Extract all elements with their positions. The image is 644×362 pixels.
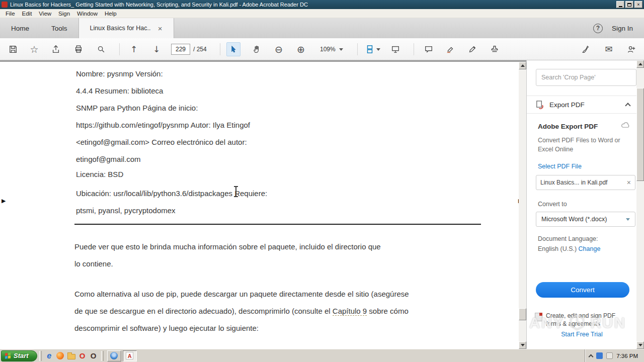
tab-document[interactable]: Linux Basics for Hac... × xyxy=(78,18,174,38)
tab-document-label: Linux Basics for Hac... xyxy=(90,25,151,32)
taskbar-icon-explorer-folder[interactable] xyxy=(66,350,77,361)
app-icon: O xyxy=(91,351,97,360)
menu-help[interactable]: Help xyxy=(101,9,120,18)
language-value: English (U.S.) xyxy=(538,245,579,252)
share-with-others-button[interactable] xyxy=(624,42,638,56)
menu-file[interactable]: File xyxy=(2,9,19,18)
menu-sign[interactable]: Sign xyxy=(55,9,73,18)
ie-icon: e xyxy=(47,351,51,360)
doc-text-line: etingof@gmail.com xyxy=(76,154,141,164)
tray-volume-icon[interactable] xyxy=(606,352,613,359)
toolbar-separator xyxy=(414,43,414,55)
tray-expand-icon[interactable] xyxy=(589,354,594,359)
doc-text-line: Como alternativa al uso de pip, puede de… xyxy=(74,289,409,299)
presentation-mode-button[interactable] xyxy=(388,42,403,56)
taskbar-icon-firefox[interactable] xyxy=(55,350,66,361)
export-pdf-label: Export PDF xyxy=(549,101,621,109)
scroll-down-button[interactable] xyxy=(636,341,644,349)
hand-tool-button[interactable] xyxy=(250,42,264,56)
taskbar-button-acrobat[interactable]: A xyxy=(123,350,137,361)
scroll-up-button[interactable] xyxy=(636,60,644,68)
convert-button[interactable]: Convert xyxy=(536,282,629,298)
fill-sign-button[interactable] xyxy=(465,42,479,56)
remove-file-icon[interactable]: × xyxy=(627,178,631,187)
help-icon[interactable]: ? xyxy=(593,24,603,33)
scrollbar-thumb[interactable] xyxy=(636,88,644,181)
document-scrollbar[interactable] xyxy=(519,62,526,349)
comment-button[interactable] xyxy=(422,42,436,56)
page-number-input[interactable] xyxy=(171,44,190,55)
scroll-down-button[interactable] xyxy=(519,341,526,349)
search-button[interactable] xyxy=(94,42,108,56)
favorite-star-button[interactable]: ☆ xyxy=(27,42,41,56)
format-dropdown[interactable]: Microsoft Word (*.docx) xyxy=(536,212,635,227)
doc-text-line: Nombre: pysnmp Versión: xyxy=(76,69,163,79)
highlight-button[interactable] xyxy=(443,42,457,56)
panel-scrollbar[interactable] xyxy=(636,60,644,349)
format-value: Microsoft Word (*.docx) xyxy=(541,216,607,223)
taskbar-icon-opera[interactable]: O xyxy=(77,350,88,361)
sign-document-button[interactable] xyxy=(579,42,593,56)
minimize-icon xyxy=(619,6,622,7)
zoom-level-dropdown[interactable]: 109% xyxy=(317,43,346,55)
doc-text-line: Ubicación: usr/local/lib/python3.6/distp… xyxy=(76,189,267,199)
tray-network-icon[interactable] xyxy=(596,352,603,359)
start-button[interactable]: Start xyxy=(1,350,37,361)
stamp-button[interactable] xyxy=(488,42,502,56)
search-tools-input[interactable] xyxy=(536,69,636,86)
restore-icon xyxy=(627,3,631,7)
firefox-icon xyxy=(56,352,64,359)
save-button[interactable] xyxy=(6,42,20,56)
cloud-service-icon xyxy=(621,122,630,131)
doc-text-line: Puede ver que esto le brinda mucha infor… xyxy=(74,242,381,252)
zoom-out-button[interactable]: ⊖ xyxy=(272,42,286,56)
sign-in-button[interactable]: Sign In xyxy=(612,25,633,32)
previous-page-button[interactable]: ↑ xyxy=(127,42,141,56)
menu-view[interactable]: View xyxy=(35,9,55,18)
taskbar-icon-internet-explorer[interactable]: e xyxy=(44,350,55,361)
save-icon xyxy=(9,45,18,54)
print-button[interactable] xyxy=(71,42,86,56)
start-free-trial-link[interactable]: Start Free Trial xyxy=(527,331,637,338)
page-display-button[interactable] xyxy=(363,42,382,56)
send-email-button[interactable]: ✉ xyxy=(602,42,616,56)
chevron-down-icon xyxy=(339,48,343,51)
tab-close-icon[interactable]: × xyxy=(158,25,163,32)
share-icon xyxy=(51,45,60,54)
tab-home[interactable]: Home xyxy=(0,18,40,38)
minimize-button[interactable] xyxy=(616,1,624,8)
document-page[interactable]: Nombre: pysnmp Versión: 4.4.4 Resumen: b… xyxy=(0,60,526,349)
presentation-icon xyxy=(391,45,400,54)
doc-text-line: Licencia: BSD xyxy=(76,169,123,179)
scrollbar-thumb[interactable] xyxy=(519,308,526,320)
scroll-up-button[interactable] xyxy=(519,62,526,69)
search-icon xyxy=(97,45,106,54)
export-pdf-header[interactable]: Export PDF xyxy=(527,96,637,114)
taskbar-icon-other-app[interactable]: O xyxy=(88,350,99,361)
print-icon xyxy=(74,45,83,54)
collapse-chevron-icon[interactable] xyxy=(625,103,630,108)
taskbar-button-chromium[interactable] xyxy=(107,350,121,361)
chapter-9-link[interactable]: Capítulo 9 xyxy=(333,307,367,316)
doc-text-segment: de que se descargue en el directorio ade… xyxy=(74,307,333,315)
next-page-button[interactable]: ↓ xyxy=(149,42,164,56)
toolbar-separator xyxy=(119,43,120,55)
chevron-down-icon xyxy=(626,218,630,221)
taskbar: Start e O O A 7:36 PM xyxy=(0,349,644,362)
change-language-link[interactable]: Change xyxy=(579,245,601,252)
content-area: Nombre: pysnmp Versión: 4.4.4 Resumen: b… xyxy=(0,60,644,349)
restore-button[interactable] xyxy=(625,1,633,8)
select-pdf-file-link[interactable]: Select PDF File xyxy=(538,163,582,170)
menu-window[interactable]: Window xyxy=(73,9,101,18)
tab-tools[interactable]: Tools xyxy=(40,18,78,38)
close-button[interactable]: × xyxy=(634,1,642,8)
selection-tool-button[interactable] xyxy=(226,42,240,56)
tab-bar-right: ? Sign In xyxy=(593,18,644,38)
zoom-in-button[interactable]: ⊕ xyxy=(294,42,308,56)
menu-edit[interactable]: Edit xyxy=(19,9,36,18)
selected-file-box[interactable]: Linux Basics... in Kali.pdf × xyxy=(536,175,635,190)
open-nav-pane-chevron[interactable]: ▶ xyxy=(2,198,6,204)
share-button[interactable] xyxy=(49,42,63,56)
taskbar-clock: 7:36 PM xyxy=(616,353,638,359)
chromium-icon xyxy=(110,352,118,359)
